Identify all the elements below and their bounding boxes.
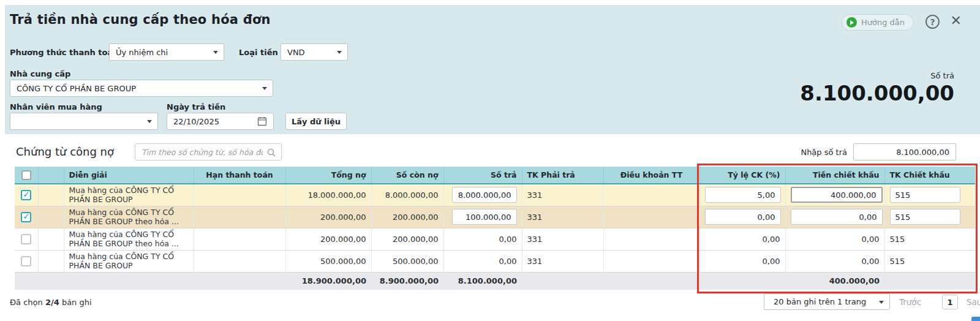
payment-terms-cell: [603, 228, 699, 250]
debt-table: Diễn giải Hạn thanh toán Tổng nợ Số còn …: [15, 167, 975, 290]
discount-amount-input[interactable]: [791, 209, 883, 225]
remaining-cell: 200.000,00: [371, 228, 443, 250]
row-checkbox[interactable]: [21, 190, 31, 200]
col-header-discount-account[interactable]: TK Chiết khấu: [884, 167, 975, 184]
next-page-button[interactable]: Sau: [967, 297, 980, 307]
chevron-down-icon: [879, 301, 884, 304]
table-row: Mua hàng của CÔNG TY CỔ PHẦN BE GROUP 18…: [15, 184, 975, 206]
row-checkbox[interactable]: [21, 234, 31, 244]
discount-account-cell[interactable]: [884, 184, 975, 206]
payment-terms-cell: [603, 250, 699, 272]
current-page-button[interactable]: 1: [942, 295, 958, 309]
currency-select[interactable]: VND: [281, 43, 348, 61]
payable-account-cell: 331: [522, 250, 603, 272]
search-icon[interactable]: [266, 148, 276, 157]
col-header-remaining[interactable]: Số còn nợ: [371, 167, 443, 184]
pay-amount-cell: 0,00: [443, 250, 522, 272]
totals-total-debt: 18.900.000,00: [285, 272, 371, 290]
table-row: Mua hàng của CÔNG TY CỔ PHẦN BE GROUP th…: [15, 228, 975, 250]
totals-row: 18.900.000,00 8.900.000,00 8.100.000,00 …: [15, 272, 975, 290]
supplier-value: CÔNG TY CỔ PHẦN BE GROUP: [17, 84, 136, 93]
search-input[interactable]: [135, 144, 281, 160]
payment-method-label: Phương thức thanh toán: [10, 48, 118, 57]
discount-amount-cell: 0,00: [785, 228, 884, 250]
discount-rate-cell[interactable]: [699, 206, 785, 228]
selection-summary: Đã chọn 2/4 bản ghi: [10, 298, 92, 307]
spacer-cell: [38, 184, 64, 206]
col-header-payment-terms[interactable]: Điều khoản TT: [603, 167, 699, 184]
select-all-checkbox[interactable]: [21, 170, 31, 180]
discount-rate-cell: 0,00: [699, 250, 785, 272]
discount-rate-input[interactable]: [705, 187, 781, 203]
due-date-cell: [194, 206, 285, 228]
col-header-description[interactable]: Diễn giải: [64, 167, 194, 184]
help-icon[interactable]: ?: [925, 15, 940, 29]
pay-amount-cell[interactable]: [443, 206, 522, 228]
discount-account-cell: 515: [884, 250, 975, 272]
spacer-column: [38, 167, 64, 184]
table-header-row: Diễn giải Hạn thanh toán Tổng nợ Số còn …: [15, 167, 975, 184]
payment-method-value: Ủy nhiệm chi: [116, 48, 168, 57]
spacer-cell: [38, 250, 64, 272]
payment-terms-cell: [603, 184, 699, 206]
page-size-select[interactable]: 20 bản ghi trên 1 trang: [764, 293, 890, 310]
supplier-label: Nhà cung cấp: [10, 69, 70, 78]
total-pay-label: Số trả: [930, 71, 954, 80]
enter-amount-label: Nhập số trả: [790, 148, 847, 157]
description-cell: Mua hàng của CÔNG TY CỔ PHẦN BE GROUP th…: [64, 206, 194, 228]
totals-discount-amount: 400.000,00: [785, 272, 884, 290]
discount-account-cell: 515: [884, 228, 975, 250]
get-data-button[interactable]: Lấy dữ liệu: [285, 113, 347, 130]
total-pay-value: 8.100.000,00: [800, 81, 954, 105]
col-header-discount-amount[interactable]: Tiền chiết khấu: [785, 167, 884, 184]
discount-account-input[interactable]: [890, 209, 960, 225]
spacer-cell: [38, 206, 64, 228]
payment-method-select[interactable]: Ủy nhiệm chi: [109, 43, 224, 61]
discount-amount-cell[interactable]: [785, 206, 884, 228]
pay-amount-input[interactable]: [452, 209, 517, 225]
discount-account-cell[interactable]: [884, 206, 975, 228]
search-box: [135, 143, 282, 160]
due-date-cell: [194, 184, 285, 206]
page-size-value: 20 bản ghi trên 1 trang: [774, 297, 866, 306]
discount-rate-cell: 0,00: [699, 228, 785, 250]
row-checkbox[interactable]: [21, 256, 31, 266]
due-date-cell: [194, 250, 285, 272]
guide-button-label: Hướng dẫn: [861, 18, 905, 27]
due-date-cell: [194, 228, 285, 250]
payable-account-cell: 331: [522, 184, 603, 206]
discount-account-input[interactable]: [890, 187, 960, 203]
chevron-down-icon: [147, 120, 152, 123]
chevron-down-icon: [337, 51, 342, 54]
row-checkbox[interactable]: [21, 212, 31, 222]
pay-date-label: Ngày trả tiền: [167, 102, 225, 111]
enter-amount-input[interactable]: [853, 143, 956, 160]
close-icon[interactable]: ✕: [951, 13, 962, 29]
calendar-icon[interactable]: [257, 116, 267, 126]
bottom-right-accent: [971, 317, 980, 321]
description-cell: Mua hàng của CÔNG TY CỔ PHẦN BE GROUP: [64, 250, 194, 272]
table-row: Mua hàng của CÔNG TY CỔ PHẦN BE GROUP 50…: [15, 250, 975, 272]
table-row: Mua hàng của CÔNG TY CỔ PHẦN BE GROUP th…: [15, 206, 975, 228]
col-header-discount-rate[interactable]: Tỷ lệ CK (%): [699, 167, 785, 184]
total-debt-cell: 200.000,00: [285, 206, 371, 228]
payable-account-cell: 331: [522, 228, 603, 250]
col-header-due-date[interactable]: Hạn thanh toán: [194, 167, 285, 184]
totals-remaining: 8.900.000,00: [371, 272, 443, 290]
remaining-cell: 500.000,00: [371, 250, 443, 272]
pay-amount-input[interactable]: [452, 187, 517, 203]
discount-amount-cell[interactable]: [785, 184, 884, 206]
employee-label: Nhân viên mua hàng: [10, 102, 102, 111]
discount-rate-cell[interactable]: [699, 184, 785, 206]
supplier-select[interactable]: CÔNG TY CỔ PHẦN BE GROUP: [10, 80, 273, 97]
prev-page-button[interactable]: Trước: [899, 297, 921, 307]
col-header-pay-amount[interactable]: Số trả: [443, 167, 522, 184]
employee-select[interactable]: [10, 113, 158, 130]
col-header-total-debt[interactable]: Tổng nợ: [285, 167, 371, 184]
discount-amount-input[interactable]: [791, 187, 883, 203]
pay-amount-cell[interactable]: [443, 184, 522, 206]
col-header-payable-account[interactable]: TK Phải trả: [522, 167, 603, 184]
section-title: Chứng từ công nợ: [16, 145, 114, 158]
discount-rate-input[interactable]: [705, 209, 781, 225]
guide-button[interactable]: Hướng dẫn: [842, 14, 914, 31]
